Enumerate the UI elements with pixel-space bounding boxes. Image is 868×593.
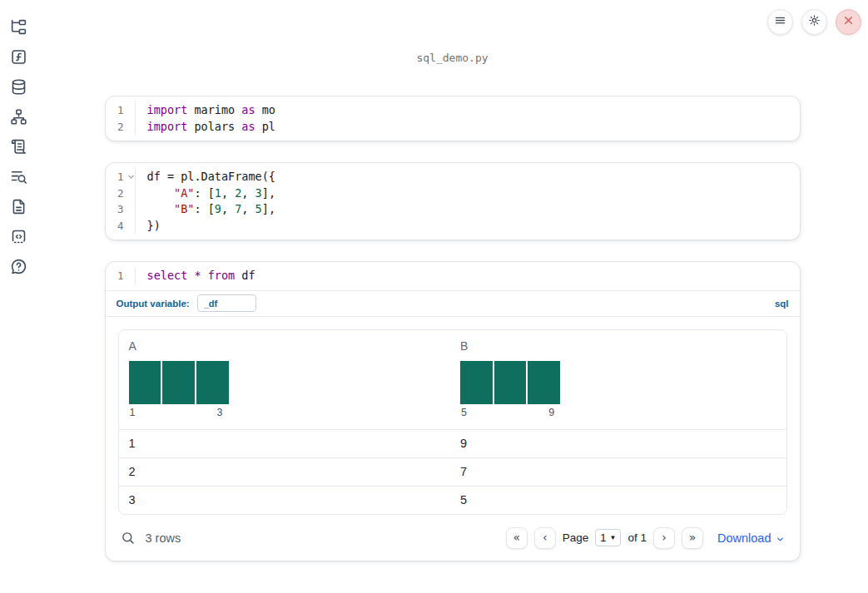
- fold-chevron-icon[interactable]: [127, 173, 135, 180]
- search-icon[interactable]: [121, 531, 135, 545]
- column-histogram: [460, 361, 560, 404]
- code-text: import marimo as mo: [136, 102, 275, 119]
- output-variable-input[interactable]: [197, 294, 256, 312]
- code-line: 1select * from df: [106, 268, 800, 284]
- scroll-text-icon: [10, 138, 27, 156]
- code-cell-imports[interactable]: 1import marimo as mo2import polars as pl: [105, 96, 801, 141]
- page-label: Page: [563, 531, 589, 544]
- line-number: 4: [106, 218, 136, 235]
- cells-container: 1import marimo as mo2import polars as pl…: [105, 96, 801, 561]
- network-icon: [10, 108, 27, 126]
- code-line: 2 "A": [1, 2, 3],: [106, 185, 800, 202]
- table-body: 192735: [119, 429, 786, 514]
- notebook-filename: sql_demo.py: [37, 52, 868, 64]
- page-select[interactable]: 1 ▼: [595, 529, 621, 546]
- histogram-axis-labels: 13: [129, 407, 229, 418]
- table-cell: 7: [450, 465, 786, 478]
- histogram-bar: [162, 361, 195, 404]
- column-header-B[interactable]: B59: [450, 330, 786, 429]
- table-row[interactable]: 19: [119, 429, 786, 457]
- next-page-button[interactable]: ›: [653, 527, 675, 549]
- code-cell-dataframe[interactable]: 1df = pl.DataFrame({2 "A": [1, 2, 3],3 "…: [105, 162, 801, 240]
- sidebar-item-help-chat[interactable]: [8, 258, 28, 275]
- table-header: A13B59: [119, 330, 786, 429]
- hamburger-menu-icon: [774, 14, 786, 30]
- row-count-group: 3 rows: [121, 531, 181, 545]
- list-search-icon: [10, 168, 27, 185]
- histogram-axis-labels: 59: [460, 407, 560, 418]
- gear-icon: [808, 14, 821, 30]
- column-histogram: [129, 361, 229, 404]
- histogram-bar: [196, 361, 229, 404]
- code-line: 2import polars as pl: [106, 119, 800, 136]
- menu-button[interactable]: [767, 9, 793, 35]
- code-text: import polars as pl: [136, 119, 275, 136]
- sidebar-item-file-explorer[interactable]: [8, 18, 28, 36]
- code-text: df = pl.DataFrame({: [136, 169, 275, 185]
- prev-page-button[interactable]: ‹: [534, 527, 556, 549]
- page-select-value: 1: [600, 531, 606, 544]
- histogram-bar: [129, 361, 161, 404]
- page-total-label: of 1: [627, 531, 647, 544]
- code-text: "A": [1, 2, 3],: [136, 185, 276, 202]
- code-editor[interactable]: 1df = pl.DataFrame({2 "A": [1, 2, 3],3 "…: [106, 163, 800, 240]
- sidebar-item-documentation[interactable]: [8, 198, 28, 215]
- dataframe-table: A13B59 192735: [118, 329, 787, 515]
- code-text: }): [136, 218, 161, 235]
- line-number: 2: [106, 185, 136, 202]
- close-icon: [842, 14, 855, 30]
- close-button[interactable]: [836, 9, 861, 35]
- line-number: 3: [106, 201, 136, 218]
- table-cell: 3: [119, 493, 451, 507]
- download-label: Download: [717, 531, 771, 545]
- folder-tree-icon: [10, 18, 27, 36]
- cell-output: A13B59 192735 3 rows « ‹: [106, 316, 800, 561]
- code-text: select * from df: [136, 268, 255, 284]
- row-count: 3 rows: [146, 531, 181, 545]
- code-editor[interactable]: 1import marimo as mo2import polars as pl: [106, 96, 800, 141]
- line-number: 1: [106, 169, 136, 185]
- sidebar-item-snippets[interactable]: [8, 228, 28, 245]
- table-cell: 5: [450, 493, 786, 507]
- pagination: « ‹ Page 1 ▼ of 1 › » Download: [506, 527, 785, 549]
- table-cell: 2: [119, 465, 451, 478]
- message-question-icon: [10, 258, 27, 275]
- column-name: B: [460, 339, 786, 353]
- chevron-down-icon: ▼: [610, 534, 617, 541]
- file-text-icon: [10, 198, 27, 215]
- sql-cell[interactable]: 1select * from df Output variable: sql A…: [105, 261, 801, 561]
- code-line: 1import marimo as mo: [106, 102, 800, 119]
- marimo-app: sql_demo.py 1import marimo as mo2import …: [0, 0, 868, 593]
- code-line: 3 "B": [9, 7, 5],: [106, 201, 800, 218]
- sidebar-item-data-sources[interactable]: [8, 78, 28, 96]
- download-button[interactable]: Download: [717, 531, 785, 545]
- sidebar-item-variables[interactable]: [8, 48, 28, 66]
- histogram-bar: [494, 361, 527, 404]
- notebook-actions: [767, 9, 861, 35]
- sidebar-item-outline[interactable]: [8, 168, 28, 185]
- column-header-A[interactable]: A13: [119, 330, 451, 429]
- database-icon: [10, 78, 27, 96]
- sidebar-item-dependency-graph[interactable]: [8, 108, 28, 126]
- table-cell: 1: [119, 437, 451, 450]
- table-row[interactable]: 35: [119, 486, 786, 514]
- line-number: 2: [106, 119, 136, 136]
- language-badge: sql: [775, 299, 789, 309]
- table-cell: 9: [450, 437, 786, 450]
- table-footer: 3 rows « ‹ Page 1 ▼ of 1 › »: [118, 526, 787, 551]
- last-page-button[interactable]: »: [682, 527, 703, 549]
- notebook-main: sql_demo.py 1import marimo as mo2import …: [37, 0, 868, 593]
- chevron-down-icon: [776, 532, 785, 544]
- histogram-bar: [460, 361, 493, 404]
- first-page-button[interactable]: «: [506, 527, 528, 549]
- code-line: 4}): [106, 218, 800, 235]
- histogram-bar: [528, 361, 560, 404]
- code-line: 1df = pl.DataFrame({: [106, 169, 800, 185]
- sql-editor[interactable]: 1select * from df: [106, 262, 800, 290]
- sql-options-strip: Output variable: sql: [106, 290, 800, 316]
- column-name: A: [129, 339, 451, 353]
- table-row[interactable]: 27: [119, 457, 786, 486]
- function-square-icon: [10, 48, 27, 66]
- settings-button[interactable]: [801, 9, 827, 35]
- sidebar-item-logs[interactable]: [8, 138, 28, 156]
